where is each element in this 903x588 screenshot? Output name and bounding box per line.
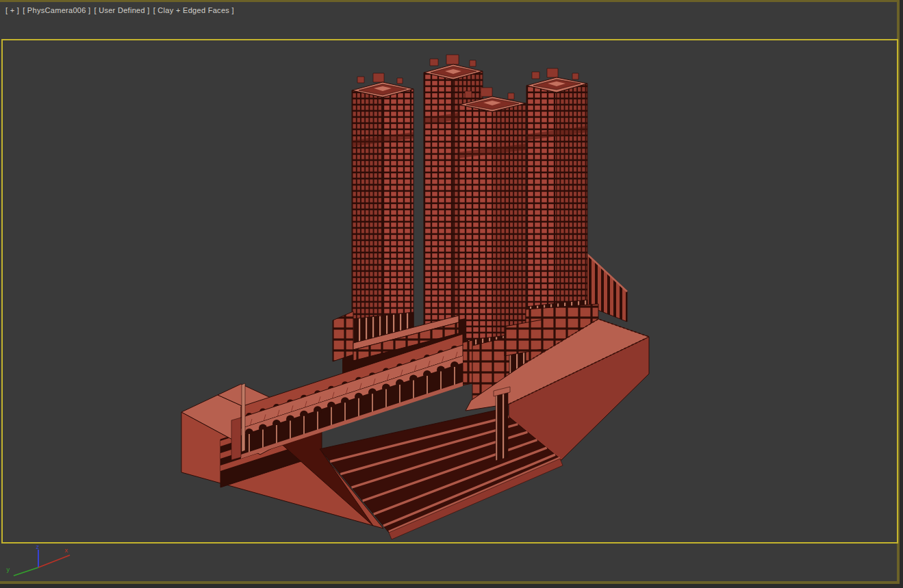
thin-column — [242, 383, 245, 452]
rooftop-box — [430, 59, 438, 66]
stair-pillar — [496, 390, 508, 461]
arcade-end-cap — [231, 418, 241, 460]
rooftop-box — [508, 93, 514, 99]
rooftop-box — [572, 73, 578, 79]
rooftop-box — [397, 78, 403, 84]
viewport-shading-menu[interactable]: [ Clay + Edged Faces ] — [153, 6, 234, 14]
viewport-general-menu[interactable]: [ + ] — [5, 6, 19, 14]
x-axis-label: x — [64, 547, 68, 554]
y-axis-label: y — [6, 566, 10, 573]
viewport-pov-menu[interactable]: [ PhysCamera006 ] — [23, 6, 90, 14]
rooftop-box — [446, 55, 459, 64]
tower-1 — [352, 73, 414, 352]
rooftop-box — [532, 72, 539, 79]
rooftop-box — [465, 91, 472, 98]
viewport-label: [ + ] [ PhysCamera006 ] [ User Defined ]… — [5, 6, 234, 14]
max-viewport-window: { "viewport": { "menus": [ {"label": "[ … — [0, 0, 903, 588]
z-axis-label: z — [36, 544, 39, 550]
world-axis-gizmo: z x y — [4, 543, 79, 583]
tower-4 — [526, 68, 587, 346]
rooftop-box — [470, 60, 476, 66]
rooftop-box — [547, 68, 558, 77]
rooftop-box — [481, 88, 492, 97]
rooftop-box — [373, 73, 384, 82]
viewport-canvas[interactable] — [0, 0, 903, 588]
viewport-view-menu[interactable]: [ User Defined ] — [94, 6, 149, 14]
rooftop-box — [357, 77, 364, 83]
